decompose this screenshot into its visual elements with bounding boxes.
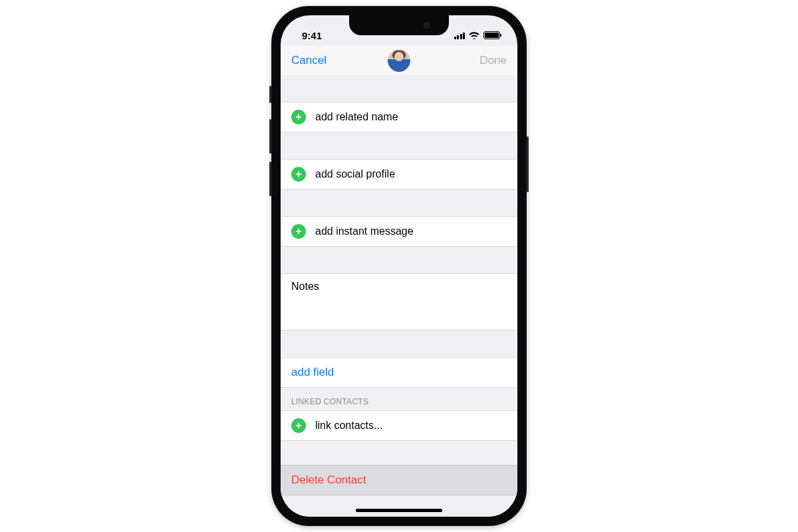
linked-contacts-header: LINKED CONTACTS [281, 388, 517, 410]
wifi-icon [469, 31, 479, 39]
cancel-button[interactable]: Cancel [291, 54, 327, 67]
add-instant-message-label: add instant message [315, 225, 414, 237]
add-instant-message-row[interactable]: + add instant message [281, 217, 517, 246]
link-contacts-row[interactable]: + link contacts... [281, 411, 517, 440]
group-add-field: add field [281, 357, 517, 388]
phone-frame: 9:41 Cancel Done [271, 6, 527, 526]
stage: 9:41 Cancel Done [0, 0, 798, 532]
volume-down-button [269, 162, 271, 196]
plus-icon: + [291, 110, 306, 124]
group-instant-message: + add instant message [281, 216, 517, 247]
home-indicator[interactable] [356, 509, 442, 512]
nav-bar: Cancel Done [281, 46, 517, 75]
group-linked-contacts: + link contacts... [281, 410, 517, 441]
cellular-icon [454, 31, 466, 39]
status-time: 9:41 [302, 30, 322, 41]
content-scroll[interactable]: + add related name + add social profile … [281, 75, 517, 517]
contact-avatar[interactable] [388, 49, 410, 72]
plus-icon: + [291, 418, 306, 433]
add-related-name-row[interactable]: + add related name [281, 102, 517, 132]
add-related-name-label: add related name [315, 111, 398, 123]
group-social-profile: + add social profile [281, 159, 517, 190]
notch [349, 15, 449, 35]
group-notes: Notes [281, 273, 517, 331]
add-field-label: add field [291, 366, 334, 379]
power-button [527, 136, 529, 192]
status-indicators [454, 31, 501, 39]
notes-label: Notes [291, 281, 319, 293]
group-related-name: + add related name [281, 102, 517, 132]
add-social-profile-row[interactable]: + add social profile [281, 160, 517, 189]
plus-icon: + [291, 167, 306, 182]
battery-icon [483, 31, 500, 39]
done-button[interactable]: Done [479, 54, 507, 67]
notes-field[interactable]: Notes [281, 274, 517, 330]
add-field-row[interactable]: add field [281, 358, 517, 387]
delete-contact-row[interactable]: Delete Contact [281, 465, 517, 495]
mute-switch [269, 86, 271, 103]
link-contacts-label: link contacts... [315, 420, 382, 432]
plus-icon: + [291, 224, 306, 239]
volume-up-button [269, 119, 271, 154]
add-social-profile-label: add social profile [315, 168, 395, 180]
screen: 9:41 Cancel Done [281, 15, 517, 517]
delete-contact-label: Delete Contact [291, 473, 366, 487]
